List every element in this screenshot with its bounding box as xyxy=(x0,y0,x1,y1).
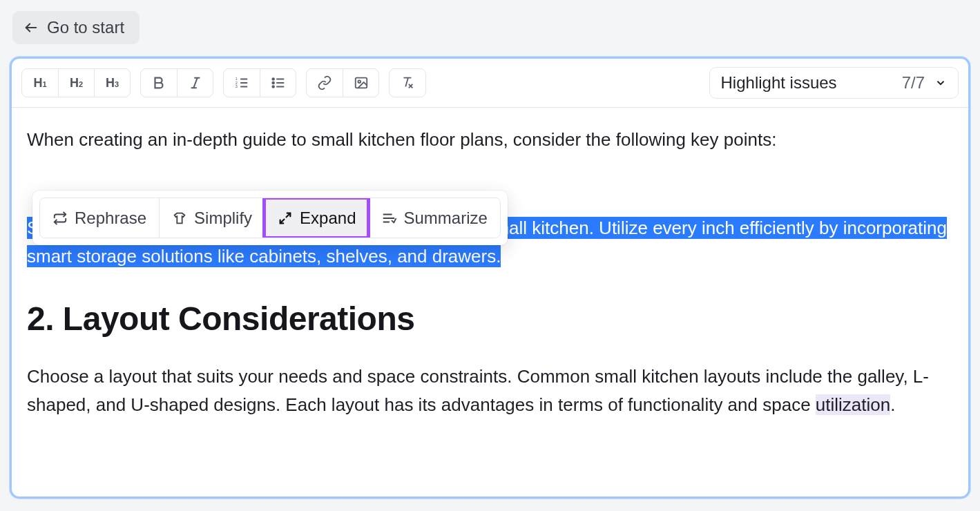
image-icon xyxy=(354,75,369,90)
insert-group xyxy=(306,68,379,97)
list-group: 123 xyxy=(223,68,296,97)
chevron-down-icon xyxy=(934,77,947,89)
svg-line-3 xyxy=(193,78,198,88)
issue-highlight: utilization xyxy=(816,394,890,415)
simplify-label: Simplify xyxy=(194,205,252,231)
link-button[interactable] xyxy=(307,69,343,97)
summarize-label: Summarize xyxy=(403,205,487,231)
expand-icon xyxy=(278,211,293,226)
go-to-start-label: Go to start xyxy=(47,18,124,37)
summarize-button[interactable]: Summarize xyxy=(368,198,499,238)
expand-button[interactable]: Expand xyxy=(265,198,368,238)
italic-button[interactable] xyxy=(177,69,213,97)
formatting-toolbar: H1 H2 H3 123 xyxy=(12,59,968,108)
heading-3-button[interactable]: H3 xyxy=(94,69,130,97)
rephrase-button[interactable]: Rephrase xyxy=(40,198,159,238)
simplify-button[interactable]: Simplify xyxy=(159,198,265,238)
top-bar: Go to start xyxy=(0,0,980,51)
svg-point-14 xyxy=(272,82,274,84)
svg-point-15 xyxy=(272,86,274,88)
ordered-list-icon: 123 xyxy=(234,75,249,90)
rephrase-label: Rephrase xyxy=(75,205,146,231)
section-heading-2: 2. Layout Considerations xyxy=(27,293,953,345)
svg-point-17 xyxy=(358,80,361,83)
clear-format-icon xyxy=(400,75,415,90)
issues-count: 7/7 xyxy=(902,73,925,93)
summarize-icon xyxy=(381,211,396,226)
refresh-icon xyxy=(52,211,68,226)
expand-label: Expand xyxy=(300,205,356,231)
bold-button[interactable] xyxy=(141,69,177,97)
unordered-list-icon xyxy=(271,75,286,90)
bold-icon xyxy=(151,75,166,90)
editor-card: H1 H2 H3 123 xyxy=(10,57,970,499)
link-icon xyxy=(317,75,332,90)
editor-content[interactable]: When creating an in-depth guide to small… xyxy=(12,108,968,436)
arrow-left-icon xyxy=(23,20,39,35)
italic-icon xyxy=(188,75,203,90)
section-2-paragraph: Choose a layout that suits your needs an… xyxy=(27,363,953,418)
style-group xyxy=(140,68,213,97)
heading-2-button[interactable]: H2 xyxy=(58,69,94,97)
heading-1-button[interactable]: H1 xyxy=(22,69,58,97)
highlight-issues-label: Highlight issues xyxy=(721,73,837,93)
unordered-list-button[interactable] xyxy=(260,69,296,97)
ordered-list-button[interactable]: 123 xyxy=(224,69,260,97)
highlight-issues-dropdown[interactable]: Highlight issues 7/7 xyxy=(709,67,959,99)
clear-format-button[interactable] xyxy=(390,69,425,97)
svg-point-13 xyxy=(272,78,274,80)
image-button[interactable] xyxy=(343,69,378,97)
shirt-icon xyxy=(172,211,187,226)
go-to-start-button[interactable]: Go to start xyxy=(12,11,140,44)
clear-group xyxy=(389,68,426,97)
heading-group: H1 H2 H3 xyxy=(21,68,131,97)
ai-toolbar: Rephrase Simplify Expand Summarize xyxy=(32,191,508,245)
svg-text:3: 3 xyxy=(236,84,238,88)
intro-paragraph: When creating an in-depth guide to small… xyxy=(27,126,953,153)
